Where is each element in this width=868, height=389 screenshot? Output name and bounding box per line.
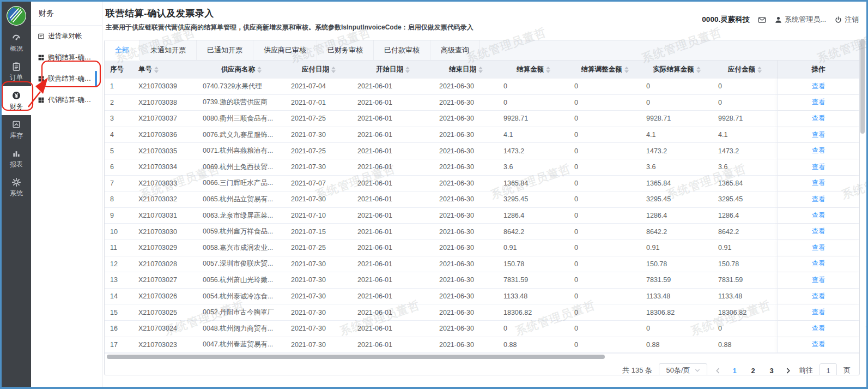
tab-supplier-audited[interactable]: 供应商已审核 xyxy=(253,40,317,60)
view-link[interactable]: 查看 xyxy=(812,259,825,268)
horizontal-scrollbar-thumb[interactable] xyxy=(107,355,605,359)
column-label: 供应商名称 xyxy=(221,65,256,74)
sidebar-item-purchase-settlement[interactable]: 购销结算-确认及发... xyxy=(31,47,102,68)
rail-item-orders[interactable]: 订单 xyxy=(2,57,31,86)
user-menu[interactable]: 系统管理员... xyxy=(774,15,826,25)
goto-page-input[interactable] xyxy=(820,363,837,375)
cell-actual_settlement_amount: 0 xyxy=(641,82,713,90)
sort-caret-icon[interactable] xyxy=(757,67,762,73)
rail-item-finance[interactable]: 财务 xyxy=(2,86,31,115)
sort-caret-icon[interactable] xyxy=(696,67,701,73)
mail-button[interactable] xyxy=(758,16,766,24)
view-link[interactable]: 查看 xyxy=(812,146,825,155)
table-row: 7X2107030330066.三门辉旺水产品...2021-07-072021… xyxy=(105,176,859,192)
column-header-end_date[interactable]: 结束日期 xyxy=(434,61,498,79)
cell-order_no: X210703024 xyxy=(133,325,197,332)
grid-icon xyxy=(38,97,45,104)
view-link[interactable]: 查看 xyxy=(812,243,825,253)
cell-start_date: 2021-06-01 xyxy=(352,131,434,139)
cell-adjustment_amount: 0 xyxy=(569,212,641,219)
view-link[interactable]: 查看 xyxy=(812,98,825,107)
rail-item-reports[interactable]: 报表 xyxy=(2,144,31,173)
cell-supplier: 0048.杭州阔力商贸有... xyxy=(197,324,286,333)
page-1-button[interactable]: 1 xyxy=(729,367,740,375)
cell-settlement_amount: 0 xyxy=(498,82,569,90)
cell-end_date: 2021-06-30 xyxy=(434,115,498,122)
column-header-payable_amount[interactable]: 应付金额 xyxy=(713,61,777,79)
cell-payable_amount: 1286.4 xyxy=(713,212,777,219)
column-header-order_no[interactable]: 单号 xyxy=(133,61,197,79)
cell-index: 12 xyxy=(105,260,133,268)
table-row: 1X2107030390740.7329水果代理2021-07-042021-0… xyxy=(105,79,859,95)
column-header-due_date[interactable]: 应付日期 xyxy=(286,61,352,79)
rail-item-system[interactable]: 系统 xyxy=(2,173,31,202)
column-header-actual_settlement_amount[interactable]: 实际结算金额 xyxy=(641,61,713,79)
cell-index: 1 xyxy=(105,82,133,90)
view-link[interactable]: 查看 xyxy=(812,308,825,317)
sort-caret-icon[interactable] xyxy=(624,67,629,73)
tab-payment-audited[interactable]: 已付款审核 xyxy=(374,40,430,60)
view-link[interactable]: 查看 xyxy=(812,324,825,333)
sidebar-item-purchase-reconciliation[interactable]: 进货单对帐 xyxy=(31,26,102,47)
tab-all[interactable]: 全部 xyxy=(105,40,140,60)
chevron-right-icon xyxy=(785,368,791,374)
view-link[interactable]: 查看 xyxy=(812,292,825,301)
sort-caret-icon[interactable] xyxy=(478,67,483,73)
cell-payable_amount: 8642.2 xyxy=(713,228,777,236)
cell-due_date: 2021-07-25 xyxy=(286,147,352,155)
cell-order_no: X210703023 xyxy=(133,341,197,349)
column-header-supplier[interactable]: 供应商名称 xyxy=(197,61,286,79)
sort-caret-icon[interactable] xyxy=(154,67,159,73)
cell-settlement_amount: 7831.59 xyxy=(498,276,569,284)
cell-adjustment_amount: 0 xyxy=(569,115,641,122)
view-link[interactable]: 查看 xyxy=(812,227,825,236)
view-link[interactable]: 查看 xyxy=(812,211,825,220)
column-header-settlement_amount[interactable]: 结算金额 xyxy=(498,61,569,79)
cell-actual_settlement_amount: 3295.45 xyxy=(641,195,713,203)
cell-adjustment_amount: 0 xyxy=(569,228,641,236)
cell-due_date: 2021-07-07 xyxy=(286,179,352,187)
page-size-select[interactable]: 50条/页 xyxy=(659,363,707,375)
horizontal-scrollbar[interactable] xyxy=(105,353,859,360)
sort-caret-icon[interactable] xyxy=(331,67,336,73)
goto-label: 前往 xyxy=(799,366,813,375)
cell-action: 查看 xyxy=(777,143,859,159)
cell-supplier: 0059.杭州鑫万祥食品... xyxy=(197,227,286,236)
rail-item-inventory[interactable]: 库存 xyxy=(2,115,31,144)
sidebar-item-label: 联营结算-确认... xyxy=(48,74,96,83)
logout-button[interactable]: 注销 xyxy=(834,15,859,25)
tab-uninvoiced[interactable]: 未通知开票 xyxy=(140,40,197,60)
column-header-adjustment_amount[interactable]: 结算调整金额 xyxy=(569,61,641,79)
view-link[interactable]: 查看 xyxy=(812,82,825,91)
tab-invoiced[interactable]: 已通知开票 xyxy=(197,40,253,60)
view-link[interactable]: 查看 xyxy=(812,130,825,140)
sort-caret-icon[interactable] xyxy=(257,67,262,73)
view-link[interactable]: 查看 xyxy=(812,276,825,285)
view-link[interactable]: 查看 xyxy=(812,178,825,188)
column-header-action: 操作 xyxy=(777,61,859,79)
cell-adjustment_amount: 0 xyxy=(569,309,641,316)
page-3-button[interactable]: 3 xyxy=(766,367,778,375)
view-link[interactable]: 查看 xyxy=(812,114,825,123)
prev-page-button[interactable] xyxy=(714,368,722,374)
sort-caret-icon[interactable] xyxy=(546,67,550,73)
page-2-button[interactable]: 2 xyxy=(747,367,759,375)
grid-icon xyxy=(38,75,45,82)
tab-advanced-search[interactable]: 高级查询 xyxy=(430,40,480,60)
cell-supplier: 0740.7329水果代理 xyxy=(197,82,286,91)
tab-finance-audited[interactable]: 已财务审核 xyxy=(317,40,374,60)
view-link[interactable]: 查看 xyxy=(812,163,825,172)
vertical-scrollbar-thumb[interactable] xyxy=(860,39,865,134)
rail-item-overview[interactable]: 概况 xyxy=(2,28,31,57)
cell-action: 查看 xyxy=(777,272,859,288)
cell-payable_amount: 1365.84 xyxy=(713,179,777,187)
sort-caret-icon[interactable] xyxy=(405,67,410,73)
view-link[interactable]: 查看 xyxy=(812,195,825,204)
sidebar-item-consignment-settlement[interactable]: 代销结算-确认及发... xyxy=(31,89,102,111)
next-page-button[interactable] xyxy=(784,368,792,374)
app-logo[interactable] xyxy=(6,5,27,26)
column-header-start_date[interactable]: 开始日期 xyxy=(352,61,434,79)
table-row: 3X2107030370080.衢州三顺食品有...2021-07-252021… xyxy=(105,111,859,127)
view-link[interactable]: 查看 xyxy=(812,340,825,349)
sidebar-item-joint-settlement[interactable]: 联营结算-确认... xyxy=(31,68,102,89)
